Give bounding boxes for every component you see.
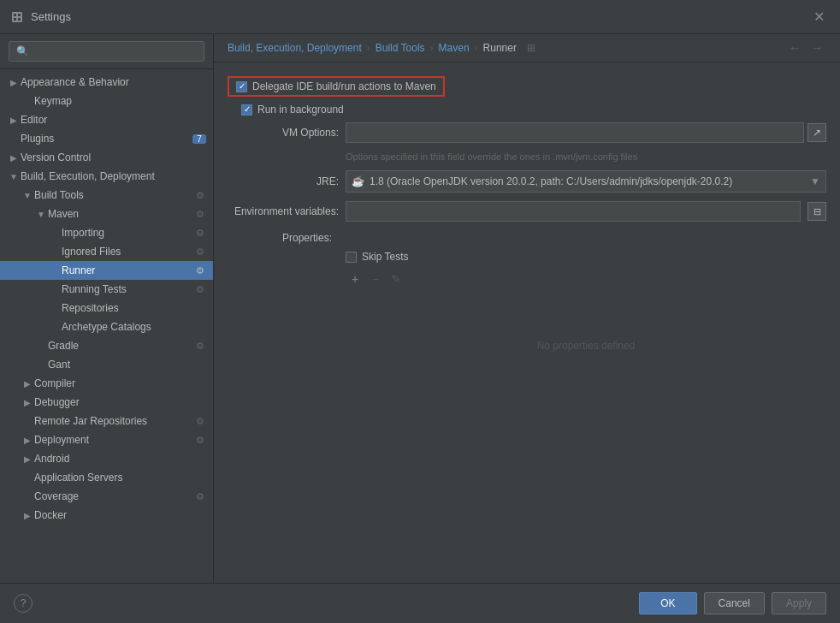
sidebar-item-compiler[interactable]: ▶ Compiler (0, 374, 213, 393)
settings-icon: ⚙ (194, 283, 206, 295)
expand-arrow (48, 264, 62, 277)
panel-body: ✓ Delegate IDE build/run actions to Mave… (214, 62, 840, 583)
cancel-button[interactable]: Cancel (704, 592, 765, 614)
expand-arrow: ▶ (7, 75, 21, 89)
jre-label: JRE: (228, 175, 339, 187)
sidebar-item-gradle[interactable]: Gradle ⚙ (0, 336, 213, 355)
sidebar-item-build-execution-deployment[interactable]: ▼ Build, Execution, Deployment (0, 167, 213, 186)
expand-arrow: ▼ (34, 207, 48, 221)
sidebar-item-label: Importing (62, 227, 194, 239)
sidebar-item-keymap[interactable]: Keymap (0, 92, 213, 110)
apply-button[interactable]: Apply (772, 592, 826, 614)
sidebar-item-coverage[interactable]: Coverage ⚙ (0, 487, 213, 506)
search-box (0, 34, 213, 69)
sidebar-item-appearance-behavior[interactable]: ▶ Appearance & Behavior (0, 73, 213, 92)
breadcrumb-maven[interactable]: Maven (439, 42, 470, 54)
sidebar-item-label: Running Tests (62, 283, 194, 295)
sidebar-item-application-servers[interactable]: Application Servers (0, 468, 213, 487)
sidebar-item-editor[interactable]: ▶ Editor (0, 110, 213, 129)
run-background-label: Run in background (257, 104, 344, 116)
footer-buttons: OK Cancel Apply (639, 592, 826, 614)
sidebar-item-debugger[interactable]: ▶ Debugger (0, 393, 213, 412)
sidebar-item-docker[interactable]: ▶ Docker (0, 506, 213, 525)
sidebar-item-build-tools[interactable]: ▼ Build Tools ⚙ (0, 186, 213, 205)
skip-tests-checkbox[interactable] (346, 252, 357, 263)
expand-arrow (34, 339, 48, 353)
sidebar-item-remote-jar-repositories[interactable]: Remote Jar Repositories ⚙ (0, 412, 213, 430)
sidebar-item-version-control[interactable]: ▶ Version Control (0, 148, 213, 167)
checkmark-icon: ✓ (244, 105, 251, 114)
expand-arrow (7, 132, 21, 145)
sidebar-item-label: Ignored Files (62, 246, 194, 258)
properties-toolbar: + − ✎ (346, 270, 826, 288)
ok-button[interactable]: OK (639, 592, 696, 614)
sidebar-item-importing[interactable]: Importing ⚙ (0, 223, 213, 242)
nav-back-button[interactable]: ← (785, 41, 804, 55)
skip-tests-label: Skip Tests (362, 251, 408, 263)
breadcrumb-sep-3: › (475, 42, 478, 54)
settings-icon: ⚙ (194, 434, 206, 446)
nav-forward-button[interactable]: → (807, 41, 826, 55)
delegate-checkbox-label: Delegate IDE build/run actions to Maven (252, 80, 436, 92)
run-background-checkbox[interactable]: ✓ (241, 104, 252, 116)
breadcrumb-current: Runner (483, 42, 517, 54)
sidebar-item-android[interactable]: ▶ Android (0, 449, 213, 468)
sidebar-item-runner[interactable]: Runner ⚙ (0, 261, 213, 280)
expand-arrow (48, 226, 62, 240)
plugins-badge: 7 (192, 134, 206, 144)
settings-icon: ⚙ (194, 340, 206, 352)
env-variables-button[interactable]: ⊟ (807, 202, 826, 221)
sidebar-item-ignored-files[interactable]: Ignored Files ⚙ (0, 242, 213, 261)
no-properties-text: No properties defined (346, 340, 826, 352)
env-variables-label: Environment variables: (228, 205, 339, 217)
breadcrumb-nav: ← → (785, 41, 826, 55)
sidebar-item-label: Compiler (34, 377, 206, 389)
sidebar-item-label: Build, Execution, Deployment (21, 170, 206, 182)
sidebar-item-label: Keymap (34, 95, 206, 107)
sidebar-item-archetype-catalogs[interactable]: Archetype Catalogs (0, 317, 213, 336)
delegate-checkbox[interactable]: ✓ (236, 81, 247, 92)
sidebar-item-running-tests[interactable]: Running Tests ⚙ (0, 280, 213, 299)
expand-arrow: ▶ (21, 377, 34, 390)
jre-icon: ☕ (352, 175, 364, 187)
expand-arrow (34, 358, 48, 371)
settings-icon (10, 10, 24, 24)
vm-options-expand-button[interactable]: ↗ (807, 123, 826, 142)
breadcrumb-bar: Build, Execution, Deployment › Build Too… (214, 34, 840, 62)
footer: ? OK Cancel Apply (0, 583, 840, 623)
add-property-button[interactable]: + (346, 270, 364, 288)
sidebar-item-label: Application Servers (34, 472, 206, 484)
close-button[interactable]: ✕ (808, 7, 830, 27)
expand-arrow: ▶ (21, 433, 34, 447)
settings-icon: ⚙ (194, 189, 206, 201)
expand-arrow (48, 301, 62, 315)
expand-arrow (48, 282, 62, 296)
expand-arrow: ▶ (21, 452, 34, 466)
svg-rect-1 (14, 14, 16, 16)
sidebar-item-plugins[interactable]: Plugins 7 (0, 129, 213, 148)
search-input[interactable] (9, 41, 204, 62)
breadcrumb-build-tools[interactable]: Build Tools (376, 42, 425, 54)
breadcrumb-build[interactable]: Build, Execution, Deployment (228, 42, 362, 54)
svg-rect-2 (18, 14, 21, 16)
jre-row: JRE: ☕ 1.8 (Oracle OpenJDK version 20.0.… (228, 170, 826, 193)
help-button[interactable]: ? (14, 594, 33, 613)
expand-arrow (21, 94, 34, 108)
sidebar-item-repositories[interactable]: Repositories (0, 299, 213, 317)
settings-icon: ⚙ (194, 227, 206, 239)
sidebar-tree: ▶ Appearance & Behavior Keymap ▶ Editor … (0, 69, 213, 583)
env-variables-input[interactable] (346, 201, 801, 222)
vm-options-input[interactable] (346, 122, 804, 143)
sidebar-item-maven[interactable]: ▼ Maven ⚙ (0, 205, 213, 223)
expand-arrow: ▶ (21, 508, 34, 522)
sidebar-item-label: Archetype Catalogs (62, 321, 206, 333)
jre-select[interactable]: ☕ 1.8 (Oracle OpenJDK version 20.0.2, pa… (346, 170, 826, 193)
remove-property-button[interactable]: − (366, 270, 385, 288)
sidebar-item-label: Runner (62, 264, 194, 276)
sidebar-item-gant[interactable]: Gant (0, 355, 213, 374)
expand-arrow: ▼ (7, 169, 21, 183)
sidebar-item-label: Gradle (48, 340, 194, 352)
edit-property-button[interactable]: ✎ (387, 270, 405, 288)
sidebar-item-label: Gant (48, 359, 206, 371)
sidebar-item-deployment[interactable]: ▶ Deployment ⚙ (0, 430, 213, 449)
